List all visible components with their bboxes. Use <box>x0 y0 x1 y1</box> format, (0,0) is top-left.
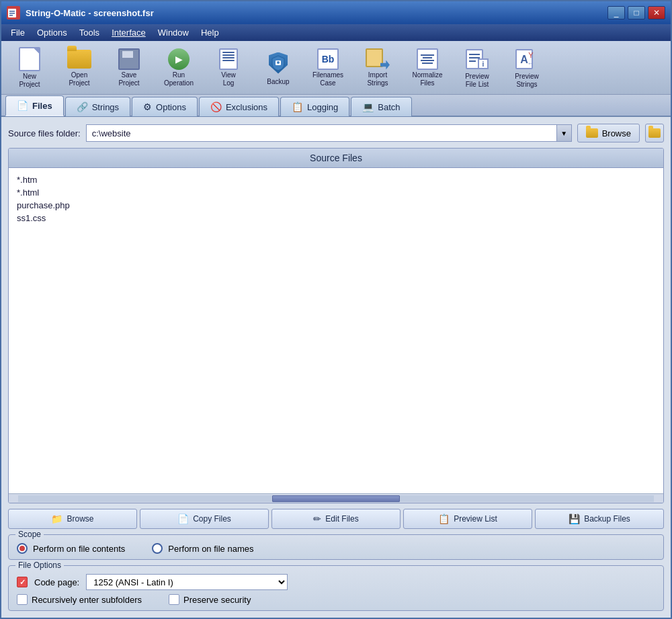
recursive-checkbox-item[interactable]: Recursively enter subfolders <box>17 594 142 605</box>
open-project-label: OpenProject <box>69 71 89 87</box>
save-project-button[interactable]: SaveProject <box>105 45 153 91</box>
scroll-thumb[interactable] <box>272 495 399 502</box>
horizontal-scrollbar[interactable] <box>9 493 663 503</box>
folder-nav-button[interactable] <box>645 124 664 142</box>
filenames-case-label: FilenamesCase <box>312 71 343 87</box>
browse-action-button[interactable]: 📁 Browse <box>8 509 137 529</box>
menu-bar: File Options Tools Interface Window Help <box>1 24 671 41</box>
strings-tab-label: Strings <box>92 102 119 112</box>
menu-options[interactable]: Options <box>32 26 73 40</box>
preserve-security-checkbox-item[interactable]: Preserve security <box>169 594 251 605</box>
preview-file-list-button[interactable]: i PreviewFile List <box>453 45 501 91</box>
browse-action-icon: 📁 <box>51 513 62 524</box>
title-bar: String-O-Matic - screenshot.fsr _ □ ✕ <box>1 1 671 24</box>
window-controls: _ □ ✕ <box>607 6 665 19</box>
preview-file-list-label: PreviewFile List <box>465 73 489 89</box>
scope-contents-label: Perform on file contents <box>33 544 125 554</box>
recursive-label: Recursively enter subfolders <box>32 595 142 605</box>
batch-tab-label: Batch <box>378 102 400 112</box>
scope-contents-radio-dot <box>19 546 25 551</box>
main-window: String-O-Matic - screenshot.fsr _ □ ✕ Fi… <box>0 0 672 619</box>
edit-files-icon: ✏ <box>313 513 321 524</box>
backup-files-button[interactable]: 💾 Backup Files <box>535 509 664 529</box>
close-button[interactable]: ✕ <box>648 6 665 19</box>
preview-strings-label: PreviewStrings <box>515 73 539 89</box>
strings-tab-icon: 🔗 <box>77 101 88 112</box>
files-tab-icon: 📄 <box>17 100 28 111</box>
edit-files-label: Edit Files <box>325 514 358 524</box>
tab-strings[interactable]: 🔗 Strings <box>65 97 130 116</box>
backup-label: Backup <box>267 78 289 86</box>
scope-names-label: Perform on file names <box>168 544 253 554</box>
logging-tab-icon: 📋 <box>292 101 303 112</box>
folder-dropdown-button[interactable]: ▼ <box>557 124 572 142</box>
preserve-security-checkbox[interactable] <box>169 594 179 605</box>
source-files-panel: Source Files *.htm *.html purchase.php s… <box>8 148 664 503</box>
menu-window[interactable]: Window <box>153 26 194 40</box>
copy-files-label: Copy Files <box>193 514 231 524</box>
tab-files[interactable]: 📄 Files <box>5 95 64 116</box>
import-strings-button[interactable]: ImportStrings <box>353 45 402 91</box>
backup-files-icon: 💾 <box>569 513 580 524</box>
scope-contents-radio[interactable] <box>17 543 28 554</box>
code-page-select[interactable]: 1252 (ANSI - Latin I) 1250 (Central Euro… <box>86 574 288 590</box>
scope-names-option[interactable]: Perform on file names <box>152 543 253 554</box>
list-item[interactable]: purchase.php <box>14 199 658 212</box>
svg-text:Y: Y <box>528 51 534 59</box>
source-folder-input[interactable] <box>86 124 557 142</box>
new-project-icon <box>16 47 43 71</box>
scope-contents-option[interactable]: Perform on file contents <box>17 543 125 554</box>
new-project-label: NewProject <box>19 73 40 89</box>
preview-strings-icon: A ↔ Y <box>513 47 540 71</box>
list-item[interactable]: *.html <box>14 186 658 199</box>
source-files-list[interactable]: *.htm *.html purchase.php ss1.css <box>9 168 663 493</box>
normalize-files-button[interactable]: NormalizeFiles <box>403 45 452 91</box>
batch-tab-icon: 💻 <box>362 101 374 112</box>
tab-logging[interactable]: 📋 Logging <box>280 97 349 116</box>
recursive-checkbox[interactable] <box>17 594 28 605</box>
options-bottom-row: Recursively enter subfolders Preserve se… <box>17 590 655 605</box>
preview-file-list-icon: i <box>464 47 491 71</box>
run-operation-button[interactable]: ▶ RunOperation <box>155 45 203 91</box>
browse-button-label: Browse <box>602 128 631 138</box>
app-icon <box>7 6 20 19</box>
exclusions-tab-icon: 🚫 <box>210 101 222 112</box>
copy-files-button[interactable]: 📄 Copy Files <box>140 509 269 529</box>
filenames-case-button[interactable]: Bb FilenamesCase <box>304 45 352 91</box>
code-page-checkbox-item[interactable]: ✓ <box>17 577 28 587</box>
tab-batch[interactable]: 💻 Batch <box>351 97 411 116</box>
tab-exclusions[interactable]: 🚫 Exclusions <box>199 97 279 116</box>
menu-help[interactable]: Help <box>196 26 224 40</box>
minimize-button[interactable]: _ <box>607 6 625 19</box>
import-strings-label: ImportStrings <box>367 71 388 87</box>
svg-text:↔: ↔ <box>528 59 535 67</box>
run-operation-label: RunOperation <box>164 71 194 87</box>
list-item[interactable]: *.htm <box>14 173 658 186</box>
menu-file[interactable]: File <box>5 26 30 40</box>
tab-options[interactable]: ⚙ Options <box>132 97 198 116</box>
preview-list-button[interactable]: 📋 Preview List <box>403 509 532 529</box>
normalize-files-icon <box>414 48 441 70</box>
options-tab-icon: ⚙ <box>143 101 152 112</box>
new-project-button[interactable]: NewProject <box>5 45 54 91</box>
preview-strings-button[interactable]: A ↔ Y PreviewStrings <box>503 45 551 91</box>
view-log-label: ViewLog <box>221 71 236 87</box>
menu-interface[interactable]: Interface <box>106 26 151 40</box>
run-operation-icon: ▶ <box>165 48 192 70</box>
list-item[interactable]: ss1.css <box>14 212 658 224</box>
menu-tools[interactable]: Tools <box>74 26 105 40</box>
code-page-checkbox[interactable]: ✓ <box>17 577 28 587</box>
source-browse-button[interactable]: Browse <box>577 124 640 142</box>
scope-names-radio[interactable] <box>152 543 163 554</box>
folder-nav-icon <box>648 128 661 138</box>
title-bar-left: String-O-Matic - screenshot.fsr <box>7 6 154 19</box>
edit-files-button[interactable]: ✏ Edit Files <box>271 509 401 529</box>
view-log-button[interactable]: ViewLog <box>204 45 253 91</box>
open-project-button[interactable]: OpenProject <box>55 45 103 91</box>
maximize-button[interactable]: □ <box>628 6 645 19</box>
tabs-bar: 📄 Files 🔗 Strings ⚙ Options 🚫 Exclusions… <box>1 95 671 117</box>
code-page-check-mark: ✓ <box>19 578 26 587</box>
browse-action-label: Browse <box>67 514 93 524</box>
backup-button[interactable]: Backup <box>254 45 302 91</box>
save-project-icon <box>116 48 142 70</box>
